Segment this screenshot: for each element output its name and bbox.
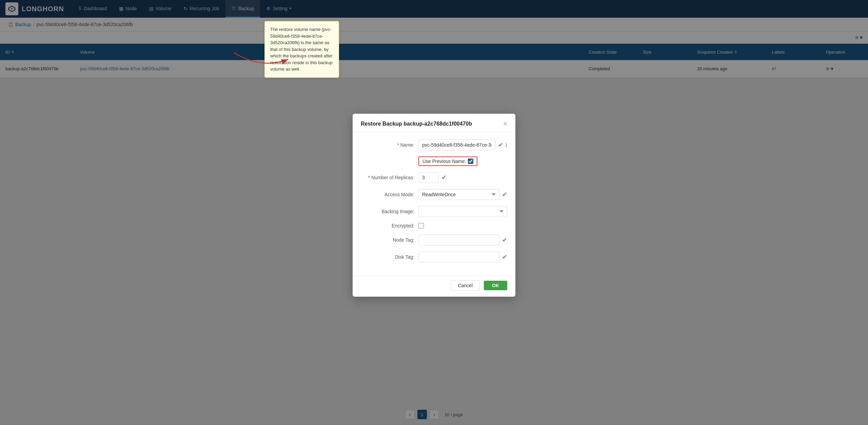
- disk-tag-input[interactable]: [418, 252, 499, 262]
- name-valid-icon: ✔: [498, 141, 503, 149]
- replicas-row: * Number of Replicas: ✔: [361, 172, 507, 183]
- name-label: * Name:: [361, 142, 418, 148]
- name-info-icon: ℹ: [505, 142, 507, 148]
- replicas-label: * Number of Replicas:: [361, 175, 418, 180]
- access-mode-label: Access Mode:: [361, 192, 418, 197]
- name-input[interactable]: [418, 140, 495, 150]
- encrypted-row: Encrypted:: [361, 223, 507, 228]
- use-previous-label: Use Previous Name:: [422, 159, 466, 164]
- modal-title: Restore Backup backup-a2c768dc1f00470b: [361, 121, 472, 127]
- tooltip-text: The restore volume name (pvc-59d40ce8-f3…: [270, 27, 333, 72]
- use-previous-name-checkbox[interactable]: [468, 159, 473, 164]
- disk-tag-valid-icon: ✔: [502, 253, 507, 261]
- modal-close-btn[interactable]: ×: [503, 120, 507, 128]
- ok-button[interactable]: OK: [484, 281, 507, 290]
- access-mode-row: Access Mode: ReadWriteOnce ReadWriteMany…: [361, 189, 507, 200]
- replicas-input[interactable]: [418, 172, 439, 183]
- node-tag-label: Node Tag:: [361, 237, 418, 243]
- disk-tag-row: Disk Tag: ✔: [361, 252, 507, 262]
- modal-body: * Name: ✔ ℹ Use Previous Name: * Number …: [353, 133, 515, 275]
- backing-image-select[interactable]: [418, 206, 507, 217]
- encrypted-label: Encrypted:: [361, 223, 418, 228]
- encrypted-checkbox[interactable]: [418, 223, 424, 228]
- backing-image-label: Backing Image:: [361, 209, 418, 214]
- name-row: * Name: ✔ ℹ: [361, 140, 507, 150]
- cancel-button[interactable]: Cancel: [451, 280, 480, 291]
- node-tag-row: Node Tag: ✔: [361, 235, 507, 245]
- disk-tag-label: Disk Tag:: [361, 254, 418, 260]
- backing-image-row: Backing Image:: [361, 206, 507, 217]
- replicas-valid-icon: ✔: [441, 174, 447, 181]
- encrypted-checkbox-wrap: [418, 223, 424, 228]
- node-tag-valid-icon: ✔: [502, 236, 507, 244]
- restore-modal: Restore Backup backup-a2c768dc1f00470b ×…: [353, 114, 515, 297]
- modal-header: Restore Backup backup-a2c768dc1f00470b ×: [353, 114, 515, 133]
- node-tag-input[interactable]: [418, 235, 499, 245]
- access-mode-valid-icon: ✔: [502, 191, 507, 198]
- use-previous-name-box: Use Previous Name:: [418, 156, 477, 166]
- access-mode-select[interactable]: ReadWriteOnce ReadWriteMany ReadOnlyMany: [418, 189, 499, 200]
- tooltip-box: The restore volume name (pvc-59d40ce8-f3…: [264, 21, 339, 78]
- use-previous-row: Use Previous Name:: [418, 156, 507, 166]
- modal-footer: Cancel OK: [353, 275, 515, 297]
